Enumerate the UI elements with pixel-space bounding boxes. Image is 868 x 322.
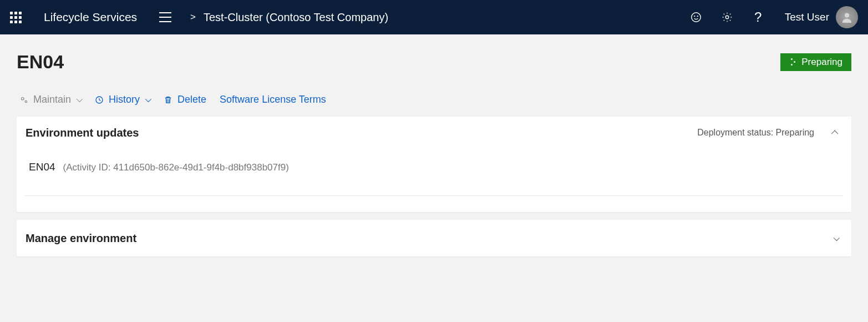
chevron-down-icon: [145, 95, 151, 102]
gears-icon: [19, 95, 29, 105]
status-badge: Preparing: [780, 53, 851, 71]
panel-title: Manage environment: [26, 232, 136, 245]
activity-id: (Activity ID: 411d650b-862e-49d1-9f4b-d8…: [63, 162, 289, 173]
environment-name: EN04: [29, 161, 55, 173]
help-icon[interactable]: ?: [745, 4, 771, 31]
svg-point-1: [694, 16, 695, 17]
delete-button[interactable]: Delete: [163, 94, 206, 105]
breadcrumb-project[interactable]: Test-Cluster (Contoso Test Company): [204, 11, 388, 24]
maintain-button[interactable]: Maintain: [19, 94, 81, 105]
panel-divider: [24, 195, 844, 212]
svg-point-4: [845, 13, 849, 18]
user-avatar[interactable]: [836, 6, 858, 28]
username-label: Test User: [785, 11, 829, 23]
page-title: EN04: [17, 51, 64, 73]
svg-point-5: [22, 97, 24, 100]
manage-environment-panel: Manage environment: [17, 220, 851, 256]
brand-link[interactable]: Lifecycle Services: [44, 11, 137, 24]
collapse-button[interactable]: [831, 125, 840, 140]
trash-icon: [163, 95, 173, 105]
environment-updates-panel: Environment updates Deployment status: P…: [17, 117, 851, 212]
action-toolbar: Maintain History Delete Software License…: [17, 94, 851, 105]
svg-point-2: [697, 16, 698, 17]
history-icon: [94, 95, 104, 105]
chevron-down-icon: [77, 95, 83, 102]
status-badge-text: Preparing: [801, 57, 842, 68]
menu-icon[interactable]: [159, 12, 171, 22]
chevron-up-icon: [831, 130, 839, 138]
panel-title: Environment updates: [26, 127, 139, 139]
app-launcher-icon[interactable]: [10, 12, 22, 23]
feedback-icon[interactable]: [683, 4, 709, 31]
license-link[interactable]: Software License Terms: [220, 94, 326, 105]
environment-update-row: EN04 (Activity ID: 411d650b-862e-49d1-9f…: [29, 161, 840, 173]
breadcrumb-separator: >: [190, 12, 196, 23]
expand-button[interactable]: [830, 231, 840, 245]
svg-point-6: [25, 100, 27, 102]
svg-point-3: [725, 16, 729, 19]
settings-icon[interactable]: [714, 4, 740, 31]
history-button[interactable]: History: [94, 94, 150, 105]
spinner-icon: [788, 58, 796, 66]
chevron-down-icon: [834, 235, 840, 241]
deployment-status-label: Deployment status: Preparing: [697, 128, 814, 138]
top-navbar: Lifecycle Services > Test-Cluster (Conto…: [0, 0, 868, 34]
svg-point-0: [692, 13, 701, 22]
